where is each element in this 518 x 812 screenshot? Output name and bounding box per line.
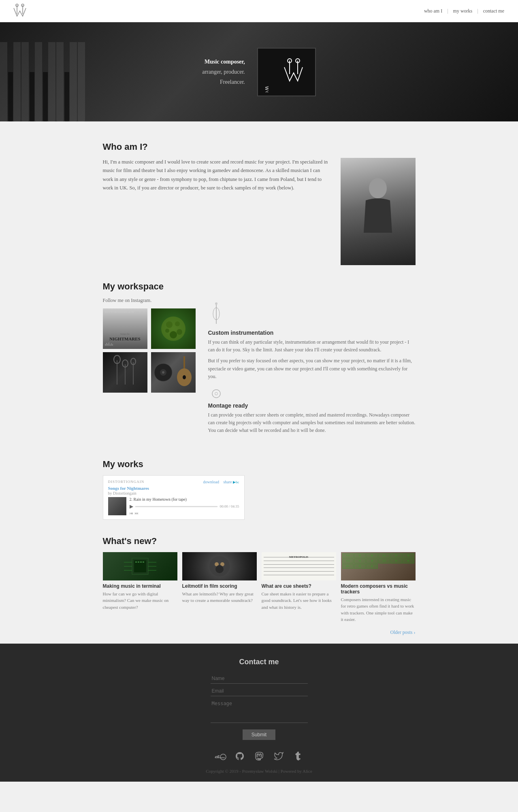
main-nav: who am I | my works | contact me — [420, 8, 508, 14]
piano-key — [30, 72, 34, 122]
piano-key — [8, 72, 13, 122]
player-share-link[interactable]: share — [223, 480, 232, 484]
svg-point-48 — [215, 565, 224, 573]
sheet-line — [264, 571, 334, 572]
svg-point-27 — [183, 375, 186, 379]
news-title: What's new? — [103, 536, 416, 546]
piano-key — [70, 42, 77, 121]
news-item-tracker: C-4 01 40 E-4 02 50 G-4 01 30 A-4 03 60 — [341, 552, 416, 623]
older-posts-link[interactable]: Older posts › — [103, 629, 416, 636]
who-am-i-section: Who am I? Hi, I'm a music composer and I… — [103, 134, 416, 277]
email-input[interactable] — [211, 686, 308, 696]
tracker-grid: C-4 01 40 E-4 02 50 G-4 01 30 A-4 03 60 — [341, 552, 416, 580]
piano-key — [64, 72, 69, 122]
news-desc-chip: How far can we go with digital minimalis… — [103, 591, 177, 611]
twitter-svg — [274, 751, 284, 761]
hero-content: Music composer, arranger, producer. Free… — [202, 48, 316, 96]
play-button[interactable]: ▶ — [130, 504, 133, 510]
name-input[interactable] — [211, 674, 308, 684]
tumblr-svg — [294, 752, 303, 761]
player-download-link[interactable]: download — [203, 480, 219, 484]
footer: Contact me Submit — [0, 644, 518, 782]
sheet-line — [264, 575, 334, 575]
submit-button[interactable]: Submit — [243, 729, 275, 740]
player-transport: ⏮ ⏭ — [130, 511, 239, 515]
news-title-tracker: Modern composers vs music trackers — [341, 583, 416, 595]
player-title: Songs for Nightmares — [108, 486, 149, 491]
workspace-title: My workspace — [103, 281, 416, 292]
contact-title: Contact me — [93, 658, 425, 666]
tracker-cell: 50 — [403, 553, 414, 558]
svg-rect-43 — [140, 561, 142, 563]
hero-tagline-2: arranger, producer. — [202, 67, 245, 77]
svg-point-30 — [215, 302, 217, 305]
svg-rect-44 — [143, 561, 144, 563]
prev-btn[interactable]: ⏮ — [130, 511, 133, 515]
svg-point-32 — [215, 392, 217, 395]
sheet-title-overlay: METROPOLIS — [289, 555, 308, 559]
tracker-cell: D-5 — [342, 564, 354, 569]
svg-point-15 — [170, 331, 177, 338]
soundcloud-icon[interactable] — [214, 751, 226, 761]
news-thumb-chip — [103, 552, 177, 580]
studio-svg — [103, 352, 147, 393]
github-icon[interactable] — [234, 751, 246, 761]
svg-point-31 — [212, 389, 220, 397]
tracker-cell: 01 — [354, 559, 366, 563]
who-title: Who am I? — [103, 142, 416, 152]
sheet-line — [264, 568, 334, 568]
soundcloud-svg — [214, 751, 226, 761]
workspace-with-services: Follow me on Instagram. DISTORTIONGAIN S… — [103, 298, 416, 443]
piano-key — [48, 42, 55, 121]
nav-sep-2: | — [477, 8, 478, 14]
tumblr-icon[interactable] — [292, 751, 304, 761]
hero-text: Music composer, arranger, producer. Free… — [202, 57, 245, 87]
green-creature-svg — [151, 308, 196, 349]
tracker-cell: A-4 — [378, 559, 390, 563]
news-desc-tracker: Composers interested in creating music f… — [341, 596, 416, 623]
header: who am I | my works | contact me — [0, 0, 518, 22]
twitter-icon[interactable] — [273, 751, 285, 761]
piano-key — [78, 42, 85, 121]
instagram-item-guitar — [151, 352, 196, 393]
news-thumb-tracker: C-4 01 40 E-4 02 50 G-4 01 30 A-4 03 60 — [341, 552, 416, 580]
footer-copyright: Copyright © 2019 - Przemysław Wolski | P… — [93, 769, 425, 774]
tracker-cell: 01 — [354, 564, 366, 569]
player-time: 00:00 / 04:35 — [220, 504, 239, 508]
nav-sep-1: | — [447, 8, 448, 14]
news-title-chip: Making music in terminal — [103, 583, 177, 589]
workspace-right: Custom instrumentation If you can think … — [208, 298, 416, 443]
tracker-cell: G-4 — [342, 559, 354, 563]
news-item-sheet: METROPOLIS What are cue sheets? Cue shee… — [262, 552, 336, 623]
nav-works[interactable]: my works — [449, 8, 477, 14]
nav-contact[interactable]: contact me — [479, 8, 508, 14]
svg-text:WOLSKI: WOLSKI — [264, 86, 269, 92]
creature-svg — [182, 552, 257, 580]
message-input[interactable] — [211, 699, 308, 723]
player-controls[interactable]: ▶ 00:00 / 04:35 — [130, 504, 239, 510]
player-track-num: 2. — [130, 497, 133, 502]
service-text-montage: I can provide you either score sheets or… — [208, 411, 416, 435]
news-title-cue: What are cue sheets? — [262, 583, 336, 589]
next-btn[interactable]: ⏭ — [135, 511, 139, 515]
news-item-chip: Making music in terminal How far can we … — [103, 552, 177, 623]
chip-svg — [103, 552, 177, 580]
tracker-cell: 45 — [366, 564, 378, 569]
contact-form: Submit — [93, 674, 425, 740]
svg-point-24 — [162, 371, 164, 374]
progress-bar[interactable] — [135, 506, 218, 507]
hero-logo-svg: WOLSKI — [262, 52, 311, 92]
tracker-cell: 02 — [390, 553, 402, 558]
nightmares-text: Songs for NIGHTMARES — [109, 333, 140, 342]
news-grid: Making music in terminal How far can we … — [103, 552, 416, 623]
player-bc-icon: ▶bc — [233, 480, 239, 484]
mastodon-icon[interactable] — [253, 751, 265, 761]
piano-key — [21, 42, 29, 121]
nav-who[interactable]: who am I — [420, 8, 446, 14]
svg-point-49 — [220, 754, 226, 760]
tracker-cell: 01 — [354, 553, 366, 558]
svg-point-14 — [177, 329, 182, 335]
service-title-montage: Montage ready — [208, 402, 416, 409]
hero-tagline-1: Music composer, — [202, 57, 245, 67]
news-desc-leitmotif: What are leitmotifs? Why are they great … — [182, 591, 257, 604]
